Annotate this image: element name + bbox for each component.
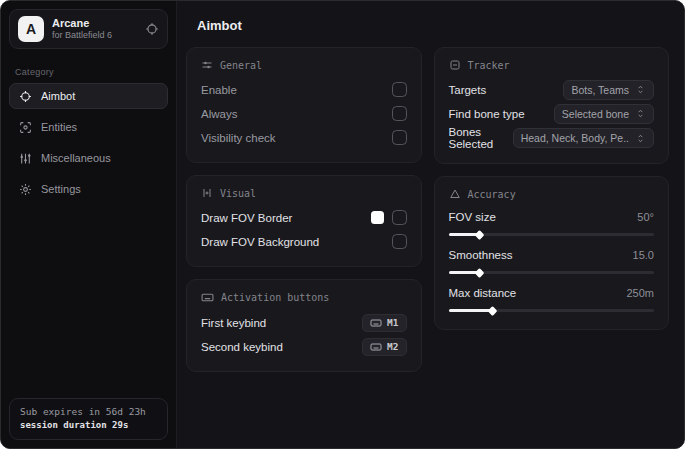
smoothness-setting: Smoothness 15.0: [449, 245, 655, 274]
fov-size-slider[interactable]: [449, 233, 655, 236]
setting-label: Second keybind: [201, 341, 283, 353]
setting-label: Visibility check: [201, 132, 276, 144]
page-title: Aimbot: [177, 1, 684, 43]
setting-label: Max distance: [449, 287, 517, 299]
setting-label: Find bone type: [449, 108, 525, 120]
sidebar-nav: Aimbot Entities: [1, 83, 176, 202]
setting-label: First keybind: [201, 317, 266, 329]
setting-row-visibility-check: Visibility check: [201, 126, 407, 149]
keyboard-icon: [370, 317, 382, 329]
subscription-info: Sub expires in 56d 23h session duration …: [9, 398, 168, 440]
card-title: General: [220, 60, 262, 71]
gear-icon: [19, 183, 32, 196]
accuracy-card: Accuracy FOV size 50°: [434, 176, 670, 330]
chevrons-up-down-icon: [635, 84, 646, 95]
sliders-horizontal-icon: [201, 59, 213, 71]
max-distance-value: 250m: [626, 287, 654, 299]
setting-label: Targets: [449, 84, 487, 96]
square-minus-icon: [449, 59, 461, 71]
keybind-value: M1: [387, 317, 398, 328]
draw-fov-background-checkbox[interactable]: [392, 234, 407, 249]
setting-label: Draw FOV Border: [201, 212, 292, 224]
keybind-value: M2: [387, 341, 398, 352]
sidebar-item-label: Miscellaneous: [41, 152, 111, 164]
setting-label: Smoothness: [449, 249, 513, 261]
visibility-check-checkbox[interactable]: [392, 130, 407, 145]
setting-label: Bones Selected: [449, 126, 513, 150]
card-title: Accuracy: [468, 189, 516, 200]
find-bone-type-dropdown[interactable]: Selected bone: [554, 104, 654, 124]
setting-row-draw-fov-background: Draw FOV Background: [201, 230, 407, 253]
crosshair-icon: [19, 90, 32, 103]
max-distance-slider[interactable]: [449, 309, 655, 312]
sidebar-item-aimbot[interactable]: Aimbot: [9, 83, 168, 109]
slider-thumb[interactable]: [475, 230, 485, 240]
sidebar-item-label: Entities: [41, 121, 77, 133]
draw-fov-border-checkbox[interactable]: [392, 210, 407, 225]
setting-label: FOV size: [449, 211, 496, 223]
fov-size-value: 50°: [637, 211, 654, 223]
dropdown-value: Head, Neck, Body, Pe..: [521, 132, 629, 144]
activation-buttons-card: Activation buttons First keybind M1: [186, 279, 422, 372]
setting-label: Enable: [201, 84, 237, 96]
scan-icon: [19, 121, 32, 134]
main-panel: Aimbot General: [177, 1, 684, 448]
visual-card: Visual Draw FOV Border Draw FOV Backgrou…: [186, 175, 422, 267]
sidebar-item-label: Settings: [41, 183, 81, 195]
slider-thumb[interactable]: [475, 268, 485, 278]
setting-row-find-bone-type: Find bone type Selected bone: [449, 102, 655, 125]
max-distance-setting: Max distance 250m: [449, 283, 655, 312]
targets-dropdown[interactable]: Bots, Teams: [563, 80, 654, 100]
fov-size-setting: FOV size 50°: [449, 207, 655, 236]
app-title: Arcane: [52, 17, 112, 31]
category-label: Category: [15, 67, 162, 77]
setting-row-enable: Enable: [201, 78, 407, 101]
app-logo: A: [18, 16, 44, 42]
sidebar-item-label: Aimbot: [41, 90, 75, 102]
crosshair-button[interactable]: [145, 22, 159, 36]
second-keybind-button[interactable]: M2: [362, 338, 406, 356]
setting-row-targets: Targets Bots, Teams: [449, 78, 655, 101]
card-title: Visual: [220, 188, 256, 199]
keyboard-icon: [201, 291, 214, 304]
keyboard-icon: [370, 341, 382, 353]
triangle-icon: [449, 188, 461, 200]
setting-row-bones-selected: Bones Selected Head, Neck, Body, Pe..: [449, 126, 655, 150]
enable-checkbox[interactable]: [392, 82, 407, 97]
sidebar-item-entities[interactable]: Entities: [9, 114, 168, 140]
setting-label: Draw FOV Background: [201, 236, 319, 248]
dropdown-value: Bots, Teams: [571, 84, 629, 96]
brand-card: A Arcane for Battlefield 6: [9, 9, 168, 49]
app-window: A Arcane for Battlefield 6 Category: [0, 0, 685, 449]
setting-label: Always: [201, 108, 237, 120]
setting-row-draw-fov-border: Draw FOV Border: [201, 206, 407, 229]
bones-selected-dropdown[interactable]: Head, Neck, Body, Pe..: [513, 128, 654, 148]
card-title: Tracker: [468, 60, 510, 71]
setting-row-always: Always: [201, 102, 407, 125]
session-duration-text: session duration 29s: [20, 419, 157, 432]
fov-border-color-swatch[interactable]: [371, 211, 384, 224]
first-keybind-button[interactable]: M1: [362, 314, 406, 332]
sliders-icon: [201, 187, 213, 199]
sidebar: A Arcane for Battlefield 6 Category: [1, 1, 177, 448]
card-title: Activation buttons: [221, 292, 329, 303]
app-subtitle: for Battlefield 6: [52, 30, 112, 41]
chevrons-up-down-icon: [635, 133, 646, 144]
chevrons-up-down-icon: [635, 108, 646, 119]
setting-row-first-keybind: First keybind M1: [201, 311, 407, 334]
setting-row-second-keybind: Second keybind M2: [201, 335, 407, 358]
sub-expiry-text: Sub expires in 56d 23h: [20, 405, 157, 419]
slider-thumb[interactable]: [487, 306, 497, 316]
always-checkbox[interactable]: [392, 106, 407, 121]
sliders-vertical-icon: [19, 152, 32, 165]
tracker-card: Tracker Targets Bots, Teams: [434, 47, 670, 164]
smoothness-slider[interactable]: [449, 271, 655, 274]
sidebar-item-settings[interactable]: Settings: [9, 176, 168, 202]
sidebar-item-miscellaneous[interactable]: Miscellaneous: [9, 145, 168, 171]
smoothness-value: 15.0: [633, 249, 654, 261]
dropdown-value: Selected bone: [562, 108, 629, 120]
general-card: General Enable Always Visibility check: [186, 47, 422, 163]
